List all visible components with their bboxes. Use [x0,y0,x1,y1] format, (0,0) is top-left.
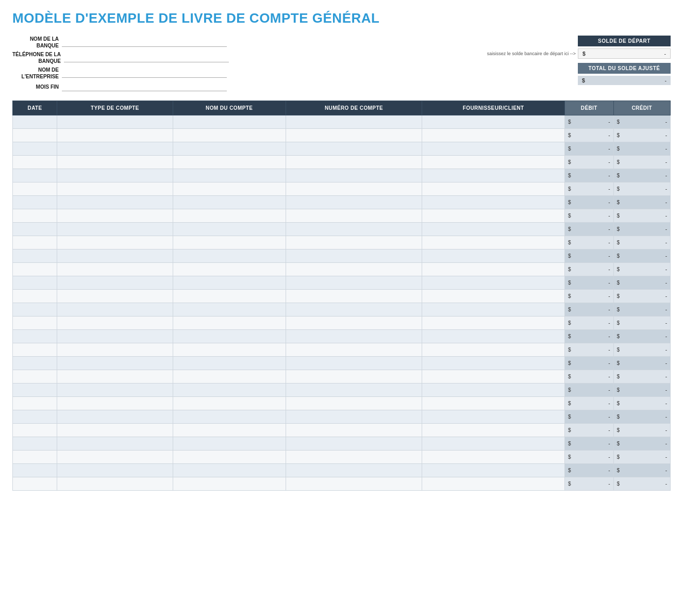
credit-dollar: $ [617,173,620,178]
cell-text [422,451,565,464]
debit-dash: - [608,253,610,259]
cell-text [57,142,173,156]
cell-credit: $- [613,196,671,209]
cell-text [57,236,173,249]
credit-dash: - [665,293,667,299]
debit-dollar: $ [568,481,571,487]
credit-dollar: $ [617,414,620,420]
col-type-compte: TYPE DE COMPTE [57,101,173,115]
mois-fin-label: MOIS FIN [12,84,59,90]
table-row: $-$- [13,424,671,437]
cell-text [173,317,286,330]
cell-text [173,357,286,370]
cell-text [422,263,565,276]
cell-text [57,437,173,451]
debit-dash: - [608,226,610,232]
cell-credit: $- [613,451,671,464]
cell-debit: $- [565,276,613,290]
credit-dash: - [665,347,667,353]
credit-dash: - [665,146,667,152]
cell-text [13,196,57,209]
cell-text [173,464,286,477]
cell-text [286,236,422,249]
table-row: $-$- [13,437,671,451]
cell-text [57,343,173,357]
nom-banque-input[interactable] [62,38,227,47]
cell-text [13,424,57,437]
credit-dollar: $ [617,159,620,165]
cell-credit: $- [613,115,671,129]
cell-text [286,276,422,290]
page-title: MODÈLE D'EXEMPLE DE LIVRE DE COMPTE GÉNÉ… [12,10,671,26]
cell-text [57,384,173,397]
debit-dollar: $ [568,454,571,460]
debit-dash: - [608,199,610,205]
cell-text [57,303,173,317]
cell-text [57,317,173,330]
cell-credit: $- [613,169,671,182]
cell-text [13,115,57,129]
debit-dollar: $ [568,253,571,259]
cell-text [57,397,173,410]
cell-text [13,397,57,410]
cell-credit: $- [613,370,671,384]
cell-credit: $- [613,330,671,343]
cell-text [173,343,286,357]
cell-text [57,209,173,223]
cell-text [286,384,422,397]
cell-text [286,477,422,491]
cell-text [13,357,57,370]
cell-text [13,276,57,290]
credit-dash: - [665,414,667,420]
cell-text [173,437,286,451]
table-row: $-$- [13,357,671,370]
cell-text [173,397,286,410]
cell-text [422,182,565,196]
table-header-row: DATE TYPE DE COMPTE NOM DU COMPTE NUMÉRO… [13,101,671,115]
cell-text [286,156,422,169]
debit-dash: - [608,360,610,366]
credit-dash: - [665,159,667,165]
cell-text [422,156,565,169]
cell-text [13,370,57,384]
table-row: $-$- [13,276,671,290]
debit-dollar: $ [568,186,571,192]
cell-text [13,263,57,276]
debit-dash: - [608,401,610,406]
cell-text [57,223,173,236]
cell-text [422,196,565,209]
mois-fin-input[interactable] [62,82,227,91]
cell-text [173,142,286,156]
table-row: $-$- [13,249,671,263]
table-row: $-$- [13,223,671,236]
debit-dollar: $ [568,146,571,152]
solde-dollar: $ [582,51,586,57]
cell-text [57,370,173,384]
table-row: $-$- [13,169,671,182]
debit-dollar: $ [568,347,571,353]
table-row: $-$- [13,410,671,424]
cell-text [57,169,173,182]
tel-banque-input[interactable] [64,53,229,62]
cell-text [422,343,565,357]
nom-entreprise-input[interactable] [62,69,227,78]
cell-text [57,156,173,169]
total-solde-label: TOTAL DU SOLDE AJUSTÉ [578,63,671,74]
debit-dash: - [608,334,610,339]
credit-dollar: $ [617,441,620,446]
cell-text [13,343,57,357]
credit-dollar: $ [617,427,620,433]
cell-text [57,451,173,464]
debit-dash: - [608,186,610,192]
cell-debit: $- [565,370,613,384]
debit-dash: - [608,280,610,286]
debit-dollar: $ [568,401,571,406]
cell-text [13,451,57,464]
tel-banque-label: TÉLÉPHONE DE LABANQUE [12,51,61,64]
cell-text [422,410,565,424]
nom-entreprise-label: NOM DEL'ENTREPRISE [12,66,59,80]
credit-dash: - [665,226,667,232]
debit-dollar: $ [568,414,571,420]
cell-debit: $- [565,357,613,370]
cell-text [57,129,173,142]
